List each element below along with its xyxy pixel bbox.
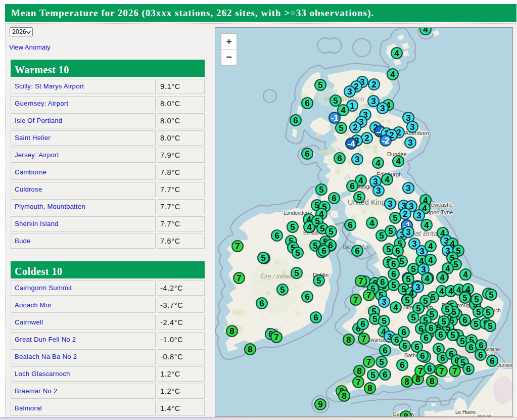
svg-text:5: 5	[379, 357, 384, 367]
svg-text:5: 5	[486, 308, 490, 317]
svg-text:Le Havre: Le Havre	[455, 409, 476, 415]
svg-text:4: 4	[307, 222, 312, 232]
svg-text:7: 7	[418, 366, 422, 376]
svg-text:8: 8	[357, 366, 361, 376]
svg-text:5: 5	[423, 296, 428, 306]
svg-text:5: 5	[339, 123, 343, 133]
svg-text:5: 5	[370, 370, 375, 380]
svg-text:3: 3	[380, 104, 385, 113]
svg-text:6: 6	[305, 99, 309, 108]
svg-text:5: 5	[476, 307, 481, 317]
svg-text:6: 6	[350, 181, 354, 191]
svg-text:5: 5	[405, 296, 409, 305]
svg-text:Dunkerque: Dunkerque	[496, 362, 512, 368]
svg-text:5: 5	[406, 274, 410, 284]
svg-text:5: 5	[474, 319, 478, 329]
svg-text:5: 5	[441, 317, 446, 326]
svg-text:5: 5	[318, 80, 322, 90]
svg-text:6: 6	[429, 323, 433, 333]
svg-text:Bath: Bath	[404, 352, 416, 358]
svg-text:6: 6	[274, 231, 279, 241]
svg-text:4: 4	[394, 49, 399, 58]
svg-text:4: 4	[375, 158, 381, 168]
svg-text:6: 6	[401, 328, 406, 337]
svg-text:5: 5	[316, 276, 321, 286]
svg-text:8: 8	[367, 384, 372, 393]
svg-text:6: 6	[438, 330, 443, 340]
svg-text:6: 6	[259, 299, 264, 308]
svg-text:6: 6	[321, 246, 326, 256]
svg-text:6: 6	[293, 116, 298, 125]
svg-text:5: 5	[320, 224, 324, 234]
svg-text:1: 1	[350, 101, 354, 111]
svg-text:5: 5	[488, 321, 492, 331]
svg-text:6: 6	[490, 356, 494, 366]
svg-text:-1: -1	[331, 113, 338, 123]
svg-text:6: 6	[313, 313, 318, 322]
svg-text:4: 4	[369, 218, 374, 228]
svg-text:3: 3	[347, 87, 352, 97]
svg-text:6: 6	[427, 364, 432, 374]
svg-text:5: 5	[328, 227, 333, 237]
svg-text:5: 5	[388, 226, 393, 236]
svg-text:6: 6	[391, 269, 396, 279]
svg-text:6: 6	[414, 342, 419, 352]
svg-text:8: 8	[342, 391, 346, 401]
svg-text:5: 5	[411, 264, 415, 274]
svg-text:2: 2	[353, 123, 357, 132]
svg-text:-4: -4	[347, 139, 355, 149]
svg-text:Éire / Ireland: Éire / Ireland	[260, 272, 295, 280]
svg-text:3: 3	[355, 155, 359, 164]
svg-text:Alba / Scotland: Alba / Scotland	[323, 96, 364, 103]
svg-text:5: 5	[382, 316, 386, 326]
svg-text:6: 6	[420, 351, 425, 361]
svg-text:5: 5	[391, 281, 396, 290]
svg-text:4: 4	[440, 273, 445, 283]
svg-text:4: 4	[448, 287, 453, 296]
svg-text:3: 3	[388, 199, 392, 209]
svg-text:2: 2	[364, 133, 369, 143]
svg-text:6: 6	[391, 259, 396, 269]
svg-text:6: 6	[332, 194, 336, 203]
svg-text:5: 5	[295, 248, 300, 258]
svg-text:3: 3	[376, 186, 381, 196]
svg-text:6: 6	[400, 360, 404, 370]
svg-text:5: 5	[460, 337, 464, 346]
svg-text:7: 7	[439, 366, 444, 376]
svg-text:5: 5	[462, 293, 467, 303]
svg-text:4: 4	[390, 70, 395, 79]
svg-text:7: 7	[366, 291, 371, 300]
svg-text:2: 2	[403, 209, 407, 219]
svg-text:7: 7	[237, 273, 241, 283]
svg-text:3: 3	[412, 239, 416, 249]
svg-text:5: 5	[294, 268, 299, 278]
svg-text:6: 6	[478, 350, 483, 360]
svg-text:9: 9	[318, 400, 322, 409]
svg-text:4: 4	[428, 242, 433, 251]
svg-text:Rouen: Rouen	[478, 414, 492, 416]
svg-text:5: 5	[393, 213, 397, 223]
svg-text:6: 6	[305, 149, 309, 159]
svg-text:7: 7	[361, 334, 366, 344]
svg-text:-2: -2	[382, 136, 389, 146]
svg-text:6: 6	[360, 319, 365, 329]
svg-text:3: 3	[408, 138, 412, 148]
svg-text:6: 6	[380, 277, 385, 287]
svg-text:4: 4	[424, 220, 429, 230]
svg-text:6: 6	[394, 335, 399, 345]
svg-text:6: 6	[348, 220, 352, 230]
svg-text:5: 5	[290, 222, 295, 232]
svg-text:3: 3	[415, 283, 420, 292]
svg-text:5: 5	[445, 305, 449, 314]
svg-text:4: 4	[463, 270, 468, 279]
svg-text:3: 3	[382, 297, 386, 307]
svg-text:7: 7	[358, 276, 363, 286]
svg-text:5: 5	[372, 314, 377, 324]
svg-text:5: 5	[357, 193, 361, 202]
svg-text:8: 8	[430, 377, 434, 386]
svg-text:6: 6	[402, 341, 407, 351]
svg-text:6: 6	[337, 154, 342, 163]
svg-text:6: 6	[395, 246, 400, 256]
svg-text:7: 7	[353, 295, 358, 305]
svg-text:6: 6	[440, 353, 445, 363]
